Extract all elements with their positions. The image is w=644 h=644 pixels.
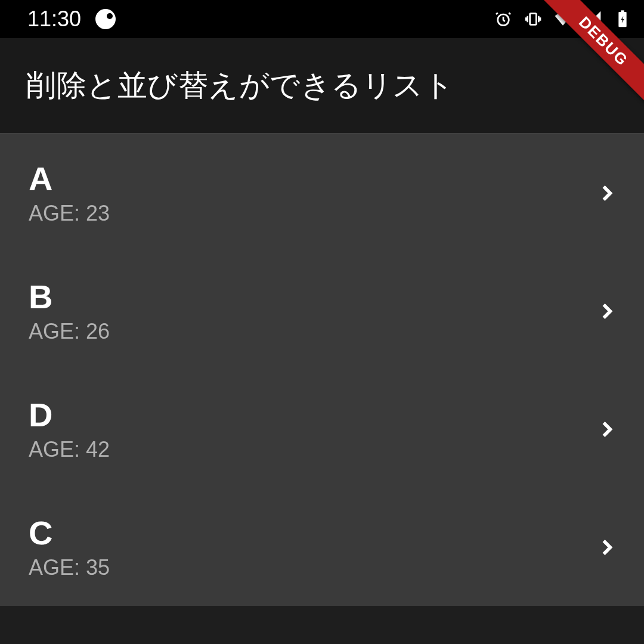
list-item[interactable]: C AGE: 35 (0, 488, 644, 606)
item-subtitle: AGE: 35 (29, 555, 110, 580)
list-item-content: B AGE: 26 (29, 278, 110, 344)
navigation-bar (0, 606, 644, 644)
item-subtitle: AGE: 23 (29, 201, 110, 226)
list-item-content: A AGE: 23 (29, 160, 110, 226)
list-item-content: C AGE: 35 (29, 515, 110, 580)
list-item[interactable]: B AGE: 26 (0, 252, 644, 370)
battery-charging-icon (613, 10, 632, 29)
user-avatar-icon (95, 9, 116, 29)
list-item-content: D AGE: 42 (29, 397, 110, 462)
vibrate-icon (524, 10, 543, 29)
chevron-right-icon (594, 416, 620, 442)
chevron-right-icon (594, 534, 620, 561)
item-subtitle: AGE: 26 (29, 319, 110, 344)
chevron-right-icon (594, 180, 620, 206)
page-title: 削除と並び替えができるリスト (26, 66, 454, 106)
status-bar: 11:30 (0, 0, 644, 38)
item-title: D (29, 397, 110, 434)
item-title: A (29, 160, 110, 197)
app-bar: 削除と並び替えができるリスト (0, 38, 644, 134)
list-item[interactable]: D AGE: 42 (0, 370, 644, 488)
svg-rect-1 (530, 14, 537, 25)
item-subtitle: AGE: 42 (29, 437, 110, 462)
clock-time: 11:30 (27, 7, 81, 32)
item-title: B (29, 278, 110, 315)
list-item[interactable]: A AGE: 23 (0, 134, 644, 252)
list-container: A AGE: 23 B AGE: 26 D AGE: 42 C AGE: 35 (0, 134, 644, 606)
chevron-right-icon (594, 298, 620, 324)
status-left: 11:30 (27, 7, 116, 32)
alarm-icon (494, 10, 513, 29)
svg-rect-3 (621, 10, 624, 13)
item-title: C (29, 515, 110, 552)
